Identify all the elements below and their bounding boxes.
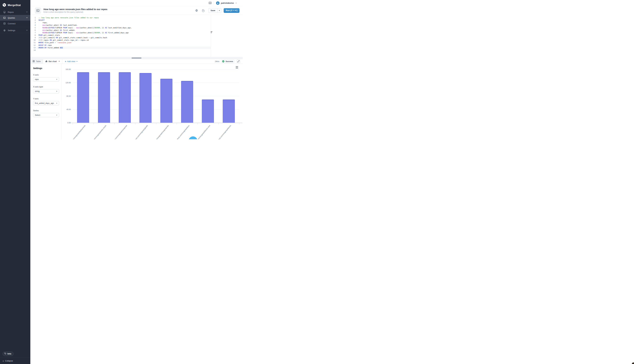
tab-close-icon[interactable]: ✕ [58,60,60,62]
docs-book-icon[interactable] [209,2,212,4]
mergestat-logo-icon [2,3,6,8]
sql-editor[interactable]: 1234567891011121314 -- how long ago were… [30,15,243,57]
plus-icon: + [65,60,66,63]
save-button[interactable]: Save [208,8,217,13]
x-axis-label: github.com/mergestat/mergestat [103,124,128,139]
bar-mergestat-lite[interactable] [160,79,172,123]
bar-blocks[interactable] [223,100,235,123]
x-axis-line [71,122,242,123]
code-line-8[interactable]: FROM git_commit_stats [36,34,211,36]
table-icon [32,60,35,63]
sidebar-item-queries[interactable]: Queries [0,15,30,21]
select-y-axis[interactable]: first_added_days_ago▼ [33,101,59,105]
chat-widget-icon[interactable] [189,136,197,139]
y-axis-tick-label: 80.00 [63,95,71,97]
select-x-axis-type[interactable]: string▼ [33,89,59,93]
status-label: Success [226,60,233,62]
chart-menu-icon[interactable] [236,66,238,68]
query-title[interactable]: How long ago were renovate.json files ad… [44,8,108,10]
status-badge: Success [221,60,235,63]
select-caret-icon: ▼ [56,90,58,92]
add-view-button[interactable]: + Add view ▼ [65,59,78,64]
success-check-icon [222,60,224,63]
add-view-caret-icon: ▼ [76,61,78,62]
sidebar-item-label: Connect [8,22,28,25]
bar-mergestat[interactable] [119,72,131,123]
panel-resize-handle[interactable] [132,58,142,59]
field-label-y-axis: Y-axis [33,98,59,100]
panel-resize-strip[interactable] [30,57,243,59]
code-line-7[interactable]: ROUND(EXTRACT(EPOCH FROM now() - min(aut… [36,32,211,34]
topbar-divider [214,2,214,5]
sidebar-item-label: Queries [8,17,26,19]
query-terminal-icon [35,8,41,14]
x-axis-label: github.com/mergestat/helm-charts [82,124,107,139]
code-line-14[interactable] [36,49,211,52]
settings-icon [3,29,6,32]
select-series[interactable]: Select▼ [33,113,59,117]
query-description-placeholder[interactable]: Enter a short description for this query… [44,11,108,13]
code-line-12[interactable]: GROUP BY repo [36,44,211,46]
sidebar-item-connect[interactable]: Connect [0,21,30,26]
sidebar-nav: ReposQueriesConnectSettings [0,9,30,33]
select-caret-icon: ▼ [56,78,58,80]
select-caret-icon: ▼ [56,114,58,116]
app-logo[interactable]: MergeStat [0,0,30,8]
tab-table[interactable]: Table [30,59,43,64]
chevron-down-icon [26,17,28,19]
x-axis-label: github.com/mergestat/deployments [62,124,86,139]
sidebar-item-repos[interactable]: Repos [0,9,30,15]
query-settings-gear-icon[interactable] [195,9,198,12]
y-axis-tick-label: 120.00 [63,82,71,84]
topbar: patrickdevivo ▼ [30,0,243,6]
x-axis-tick [156,123,156,124]
code-line-13[interactable]: ORDER BY first_added ASC [36,46,211,49]
settings-title: Settings [33,67,59,70]
avatar[interactable] [216,2,220,5]
query-duration: 24ms [215,60,219,62]
code-line-10[interactable]: JOIN repos ON git_commit_stats.repo_id =… [36,39,211,42]
x-axis-tick [177,123,177,124]
chevron-down-icon [26,29,28,32]
bar-gitutils[interactable] [140,73,152,123]
editor-scrollbar-thumb[interactable] [211,32,212,34]
query-history-icon[interactable] [202,9,205,12]
sidebar-item-label: Settings [8,29,26,32]
save-dropdown-caret[interactable]: ▼ [217,8,221,13]
x-axis-label: github.com/mergestat/blocks-next [186,124,211,139]
code-line-11[interactable]: WHERE file_path = 'renovate.json' [36,42,211,44]
code-line-4[interactable]: max(author_when) AS last_modified, [36,24,211,26]
code-line-2[interactable]: SELECT [36,19,211,22]
bar-chart-panel: 0.0040.0080.00120.00160.00github.com/mer… [61,64,243,139]
save-split-button: Save ▼ [208,8,221,13]
field-label-series: Series [33,110,59,112]
field-label-x-axis-type: X-axis type [33,86,59,88]
select-x-axis[interactable]: repo▼ [33,77,59,82]
editor-code[interactable]: -- how long ago were renovate.json files… [36,16,211,52]
expand-results-button[interactable] [237,60,240,63]
bar-docs[interactable] [181,81,193,123]
bar-helm-charts[interactable] [98,72,110,123]
tab-bar-chart-label: Bar chart [48,60,57,62]
code-line-5[interactable]: ROUND(EXTRACT(EPOCH FROM now() - max(aut… [36,26,211,29]
code-line-3[interactable]: repo, [36,22,211,24]
run-button[interactable]: Run (⇧ + ↵) [224,8,240,13]
select-caret-icon: ▼ [56,102,58,104]
gridline-80 [73,96,239,96]
bar-deployments[interactable] [77,72,89,123]
repos-icon [3,11,6,13]
y-axis-tick-label: 0.00 [63,122,71,124]
x-axis-label: github.com/mergestat/blocks [207,124,232,139]
sidebar: MergeStat ReposQueriesConnectSettings be… [0,0,30,139]
code-line-6[interactable]: min(author_when) AS first_added, [36,29,211,32]
queries-icon [3,16,6,19]
code-line-1[interactable]: -- how long ago were renovate.json files… [36,16,211,19]
x-axis-tick [73,123,73,124]
code-line-9[interactable]: JOIN git_commits ON git_commit_stats.com… [36,36,211,39]
tab-bar-chart[interactable]: Bar chart ✕ [43,59,62,64]
bar-blocks-next[interactable] [202,100,214,123]
user-menu-caret-icon[interactable]: ▼ [236,2,237,4]
username[interactable]: patrickdevivo [221,2,234,4]
sidebar-item-settings[interactable]: Settings [0,28,30,33]
chart-settings-panel: Settings X-axisrepo▼X-axis typestring▼Y-… [30,64,61,139]
